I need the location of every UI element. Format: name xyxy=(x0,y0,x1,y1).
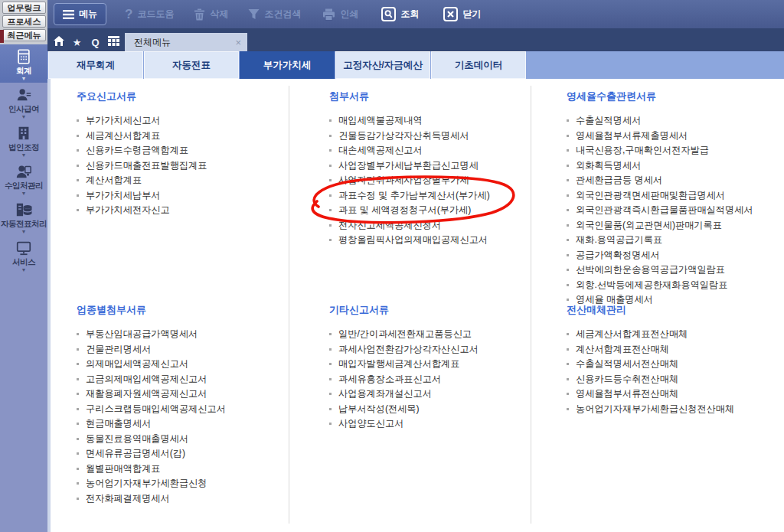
menu-item-link[interactable]: 세금계산서합계표 xyxy=(77,129,207,144)
menu-item-link[interactable]: 계산서합계표 xyxy=(77,173,207,188)
menu-item-link[interactable]: 건물관리명세서 xyxy=(77,342,226,357)
menu-item-label: 건물관리명세서 xyxy=(86,343,151,356)
menu-item-link[interactable]: 매입자발행세금계산서합계표 xyxy=(329,357,479,372)
section-title: 전산매체관리 xyxy=(567,303,734,317)
menu-item-link[interactable]: 농어업기자재부가세환급신청전산매체 xyxy=(567,402,734,417)
menu-item-link[interactable]: 사업자단위과세사업장별부가세 xyxy=(329,173,490,188)
sidebar-item-수임처관리[interactable]: 수임처관리 ▼ xyxy=(0,159,47,197)
code-help-button[interactable]: ? 코드도움 xyxy=(125,8,174,21)
menu-item-link[interactable]: 부가가치세신고서 xyxy=(77,113,207,129)
bullet-icon xyxy=(329,194,332,197)
menu-item-link[interactable]: 납부서작성(전세목) xyxy=(329,402,479,417)
menu-item-link[interactable]: 부동산임대공급가액명세서 xyxy=(77,327,226,342)
menu-item-link[interactable]: 외화획득명세서 xyxy=(567,158,753,174)
menu-item-link[interactable]: 동물진료용역매출명세서 xyxy=(77,432,226,447)
menu-item-label: 대손세액공제신고서 xyxy=(338,144,423,157)
tab-자동전표[interactable]: 자동전표 xyxy=(144,51,239,79)
menu-item-link[interactable]: 부가가치세납부서 xyxy=(77,188,207,204)
module-sidebar: 회계 ▼ 인사급여 ▼ 법인조정 ▼ 수임처관리 ▼ xyxy=(0,44,47,532)
menu-item-link[interactable]: 매입세액불공제내역 xyxy=(329,113,490,129)
menu-item-label: 과세사업전환감가상각자산신고서 xyxy=(338,343,479,356)
menu-item-link[interactable]: 외국인관광객즉시환급물품판매실적명세서 xyxy=(567,203,753,218)
menu-item-link[interactable]: 영세율첨부서류제출명세서 xyxy=(567,129,753,144)
menu-item-label: 신용카드수령금액합계표 xyxy=(86,144,188,157)
menu-item-link[interactable]: 일반/간이과세전환재고품등신고 xyxy=(329,327,479,342)
menu-item-link[interactable]: 과세사업전환감가상각자산신고서 xyxy=(329,342,479,357)
menu-item-link[interactable]: 농어업기자재부가세환급신청 xyxy=(77,476,226,491)
sidebar-item-법인조정[interactable]: 법인조정 ▼ xyxy=(0,121,47,159)
recent-menu-button[interactable]: 최근메뉴 xyxy=(2,29,46,41)
building-icon xyxy=(15,125,32,142)
menu-item-link[interactable]: 월별판매액합계표 xyxy=(77,462,226,477)
menu-item-link[interactable]: 관세환급금등 명세서 xyxy=(567,173,753,188)
menu-item-link[interactable]: 선박에의한운송용역공급가액일람표 xyxy=(567,263,753,278)
menu-item-link[interactable]: 과표수정 및 추가납부계산서(부가세) xyxy=(329,188,490,204)
menu-item-link[interactable]: 건물등감가상각자산취득명세서 xyxy=(329,129,490,144)
menu-item-label: 외국인관광객면세판매및환급명세서 xyxy=(576,189,725,202)
sidebar-item-서비스[interactable]: 서비스 ▼ xyxy=(0,236,47,274)
menu-item-link[interactable]: 재화.용역공급기록표 xyxy=(567,233,753,248)
home-icon[interactable] xyxy=(52,36,65,48)
quick-search-icon[interactable]: Q xyxy=(89,37,102,48)
menu-item-link[interactable]: 재활용폐자원세액공제신고서 xyxy=(77,387,226,402)
menu-item-link[interactable]: 대손세액공제신고서 xyxy=(329,143,490,158)
menu-button[interactable]: 메뉴 xyxy=(54,3,106,25)
bullet-icon xyxy=(567,299,569,301)
menu-item-label: 농어업기자재부가세환급신청전산매체 xyxy=(576,403,734,416)
menu-item-link[interactable]: 외항.선박등에제공한재화용역일람표 xyxy=(567,278,753,293)
menu-item-link[interactable]: 과세유흥장소과표신고서 xyxy=(329,372,479,387)
process-button[interactable]: 프로세스 xyxy=(2,15,46,28)
condition-search-button[interactable]: 조건검색 xyxy=(248,8,301,21)
menu-item-link[interactable]: 사업장별부가세납부환급신고명세 xyxy=(329,158,490,174)
menu-item-link[interactable]: 의제매입세액공제신고서 xyxy=(77,357,226,372)
tab-close-icon[interactable]: × xyxy=(235,37,241,48)
document-tab-전체메뉴[interactable]: 전체메뉴 × xyxy=(125,33,247,51)
sidebar-item-자동전표처리[interactable]: 자동전표처리 ▼ xyxy=(0,197,47,236)
menu-item-link[interactable]: 신용카드수령금액합계표 xyxy=(77,143,207,158)
menu-item-label: 수출실적명세서전산매체 xyxy=(576,357,678,370)
menu-item-link[interactable]: 수출실적명세서전산매체 xyxy=(567,357,734,372)
menu-item-label: 사업용계좌개설신고서 xyxy=(338,387,432,400)
menu-item-link[interactable]: 과표 및 세액경정청구서(부가세) xyxy=(329,203,490,218)
delete-label: 삭제 xyxy=(210,8,228,21)
menu-item-link[interactable]: 영세율첨부서류전산매체 xyxy=(567,387,734,402)
bullet-icon xyxy=(77,393,79,395)
delete-button[interactable]: 삭제 xyxy=(194,8,228,21)
menu-item-link[interactable]: 부가가치세전자신고 xyxy=(77,203,207,218)
menu-item-link[interactable]: 공급가액확정명세서 xyxy=(567,248,753,263)
menu-item-link[interactable]: 수출실적명세서 xyxy=(567,113,753,129)
menu-item-label: 과표 및 세액경정청구서(부가세) xyxy=(338,204,471,217)
calendar-icon[interactable] xyxy=(107,36,120,48)
tab-재무회계[interactable]: 재무회계 xyxy=(48,51,143,79)
close-button[interactable]: 닫기 xyxy=(443,7,481,21)
work-link-button[interactable]: 업무링크 xyxy=(2,2,46,14)
menu-item-link[interactable]: 외국인물품(외교관면세)판매기록표 xyxy=(567,218,753,233)
menu-item-link[interactable]: 사업양도신고서 xyxy=(329,416,479,432)
menu-item-link[interactable]: 외국인관광객면세판매및환급명세서 xyxy=(567,188,753,204)
menu-item-link[interactable]: 구리스크랩등매입세액공제신고서 xyxy=(77,402,226,417)
sidebar-item-회계[interactable]: 회계 ▼ xyxy=(0,44,47,83)
tab-부가가치세[interactable]: 부가가치세 xyxy=(240,51,335,79)
menu-item-link[interactable]: 사업용계좌개설신고서 xyxy=(329,387,479,402)
menu-item-label: 납부서작성(전세목) xyxy=(338,403,420,416)
menu-item-link[interactable]: 신용카드매출전표발행집계표 xyxy=(77,158,207,174)
menu-item-label: 건물등감가상각자산취득명세서 xyxy=(338,129,469,142)
menu-item-link[interactable]: 내국신용장,구매확인서전자발급 xyxy=(567,143,753,158)
menu-item-link[interactable]: 계산서합계표전산매체 xyxy=(567,342,734,357)
tab-고정자산-자금예산[interactable]: 고정자산/자금예산 xyxy=(335,51,430,79)
tab-기초데이터[interactable]: 기초데이터 xyxy=(431,51,526,79)
menu-item-link[interactable]: 전자화폐결제명세서 xyxy=(77,491,226,507)
menu-item-link[interactable]: 평창올림픽사업의제매입공제신고서 xyxy=(329,233,490,248)
print-button[interactable]: 인쇄 xyxy=(322,8,358,21)
bullet-icon xyxy=(77,468,79,470)
menu-item-link[interactable]: 전자신고세액공제신청서 xyxy=(329,218,490,233)
sidebar-item-인사급여[interactable]: 인사급여 ▼ xyxy=(0,83,47,121)
menu-item-label: 재화.용역공급기록표 xyxy=(576,233,662,246)
menu-item-link[interactable]: 세금계산서합계표전산매체 xyxy=(567,327,734,342)
menu-item-link[interactable]: 현금매출명세서 xyxy=(77,416,226,432)
menu-item-link[interactable]: 면세유류공급명세서(갑) xyxy=(77,446,226,462)
favorites-star-icon[interactable]: ★ xyxy=(70,37,83,48)
inquiry-button[interactable]: 조회 xyxy=(381,7,419,21)
menu-item-link[interactable]: 신용카드등수취전산매체 xyxy=(567,372,734,387)
menu-item-link[interactable]: 고금의제매입세액공제신고서 xyxy=(77,372,226,387)
